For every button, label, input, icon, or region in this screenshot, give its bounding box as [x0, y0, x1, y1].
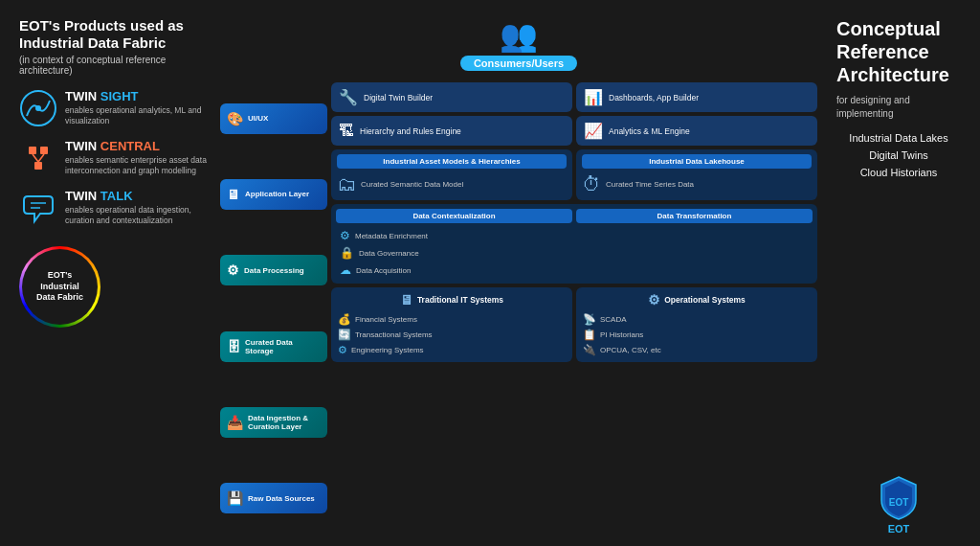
data-lakehouse-body: ⏱ Curated Time Series Data [582, 173, 812, 195]
acquisition-icon: ☁ [340, 263, 351, 277]
digital-twin-label: Digital Twin Builder [364, 93, 433, 102]
svg-rect-3 [40, 147, 48, 154]
transactional-icon: 🔄 [338, 329, 351, 341]
scada-item: 📡 SCADA [583, 311, 811, 327]
layer-data-processing[interactable]: ⚙ Data Processing [220, 255, 327, 285]
twincentral-text: TWIN CENTRAL enables semantic enterprise… [65, 139, 211, 176]
consumers-section: 👥 Consumers/Users [220, 17, 817, 77]
engineering-icon: ⚙ [338, 344, 347, 356]
use-case-cloud-historians: Cloud Historians [836, 167, 961, 178]
twincentral-name: TWIN CENTRAL [65, 139, 211, 153]
traditional-it-icon: 🖥 [400, 292, 413, 307]
analytics-ml-card: 📈 Analytics & ML Engine [576, 116, 817, 146]
dashboards-label: Dashboards, App Builder [609, 93, 699, 102]
asset-models-header: Industrial Asset Models & Hierarchies [337, 154, 567, 169]
curated-storage-label: Curated Data Storage [245, 338, 321, 355]
layers-sidebar: 🎨 UI/UX 🖥 Application Layer ⚙ Data Proce… [220, 82, 327, 535]
curated-storage-icon: 🗄 [227, 339, 240, 354]
metadata-enrichment-row: ⚙ Metadata Enrichment [336, 227, 813, 244]
asset-models-body: 🗂 Curated Semantic Data Model [337, 173, 567, 195]
twinsight-name: TWIN SIGHT [65, 89, 211, 103]
conceptual-reference-title: ConceptualReferenceArchitecture [836, 17, 961, 86]
financial-label: Financial Systems [355, 315, 417, 324]
operational-systems-card: ⚙ Operational Systems 📡 SCADA 📋 PI Histo… [576, 287, 817, 362]
consumers-icon: 👥 [500, 17, 538, 54]
traditional-it-card: 🖥 Traditional IT Systems 💰 Financial Sys… [331, 287, 572, 362]
eot-shield-icon: EOT [880, 475, 918, 521]
traditional-it-title: Traditional IT Systems [417, 295, 503, 305]
twintalk-desc: enables operational data ingestion, cura… [65, 205, 211, 226]
right-column: ConceptualReferenceArchitecture for desi… [827, 17, 961, 535]
diagram-area: 👥 Consumers/Users 🎨 UI/UX 🖥 Application … [220, 17, 817, 535]
engineering-systems-item: ⚙ Engineering Systems [338, 342, 566, 357]
product-twincentral: TWIN CENTRAL enables semantic enterprise… [19, 139, 211, 177]
proc-headers: Data Contextualization Data Transformati… [336, 209, 813, 223]
analytics-icon: 📈 [584, 122, 603, 140]
engineering-label: Engineering Systems [351, 346, 424, 354]
diagram-main: 🎨 UI/UX 🖥 Application Layer ⚙ Data Proce… [220, 82, 817, 535]
financial-icon: 💰 [338, 313, 351, 326]
ingestion-icon: 📥 [227, 415, 243, 430]
consumers-group: 👥 Consumers/Users [460, 17, 577, 71]
data-fabric-badge: EOT's Industrial Data Fabric [19, 246, 100, 328]
dashboards-icon: 📊 [584, 88, 603, 106]
app-layer-icon: 🖥 [227, 187, 240, 202]
processing-section: Data Contextualization Data Transformati… [331, 204, 817, 284]
asset-models-text: Curated Semantic Data Model [361, 180, 463, 189]
raw-data-label: Raw Data Sources [248, 494, 315, 503]
pi-historians-item: 📋 PI Historians [583, 327, 811, 342]
uiux-label: UI/UX [248, 114, 268, 123]
twincentral-icon [19, 139, 57, 177]
svg-text:EOT: EOT [889, 497, 909, 508]
storage-row: Industrial Asset Models & Hierarchies 🗂 … [331, 149, 817, 200]
app-layer-label: Application Layer [245, 190, 309, 198]
metadata-label: Metadata Enrichment [355, 232, 428, 240]
opcua-label: OPCUA, CSV, etc [600, 346, 661, 354]
analytics-label: Analytics & ML Engine [609, 126, 690, 136]
content-area: 🔧 Digital Twin Builder 📊 Dashboards, App… [331, 82, 817, 535]
for-designing-text: for designing andimplementing [836, 94, 961, 121]
opcua-item: 🔌 OPCUA, CSV, etc [583, 342, 811, 357]
governance-icon: 🔒 [340, 246, 354, 260]
twintalk-icon [19, 189, 57, 227]
transactional-systems-item: 🔄 Transactional Systems [338, 327, 566, 342]
twincentral-desc: enables semantic enterprise asset data i… [65, 155, 211, 176]
hierarchy-label: Hierarchy and Rules Engine [360, 126, 461, 136]
layer-curated-storage[interactable]: 🗄 Curated Data Storage [220, 331, 327, 362]
asset-models-card: Industrial Asset Models & Hierarchies 🗂 … [331, 149, 572, 200]
layer-application[interactable]: 🖥 Application Layer [220, 179, 327, 210]
eot-label: EOT [888, 523, 910, 535]
metadata-icon: ⚙ [340, 229, 350, 242]
operational-title: Operational Systems [664, 295, 746, 305]
raw-data-icon: 💾 [227, 490, 243, 506]
operational-icon: ⚙ [648, 292, 660, 307]
pi-historians-icon: 📋 [583, 329, 596, 341]
layer-raw-data[interactable]: 💾 Raw Data Sources [220, 483, 327, 513]
layer-data-ingestion[interactable]: 📥 Data Ingestion & Curation Layer [220, 407, 327, 438]
asset-models-icon: 🗂 [337, 173, 356, 195]
use-cases-list: Industrial Data Lakes Digital Twins Clou… [836, 132, 961, 178]
twintalk-name: TWIN TALK [65, 189, 211, 203]
opcua-icon: 🔌 [583, 344, 596, 356]
app-cards-row: 🔧 Digital Twin Builder 📊 Dashboards, App… [331, 82, 817, 146]
digital-twin-icon: 🔧 [339, 88, 358, 106]
hierarchy-rules-card: 🏗 Hierarchy and Rules Engine [331, 116, 572, 146]
uiux-icon: 🎨 [227, 111, 243, 126]
traditional-it-header: 🖥 Traditional IT Systems [338, 292, 566, 307]
financial-systems-item: 💰 Financial Systems [338, 311, 566, 327]
svg-line-6 [38, 154, 44, 162]
title-block: EOT's Products used as Industrial Data F… [19, 17, 211, 76]
twinsight-text: TWIN SIGHT enables operational analytics… [65, 89, 211, 126]
dashboards-card: 📊 Dashboards, App Builder [576, 82, 817, 112]
left-column: EOT's Products used as Industrial Data F… [19, 17, 211, 535]
subtitle: (in context of conceptual reference arch… [19, 55, 211, 76]
svg-rect-4 [34, 162, 42, 170]
operational-systems-header: ⚙ Operational Systems [583, 292, 811, 307]
layer-uiux[interactable]: 🎨 UI/UX [220, 103, 327, 134]
consumers-label: Consumers/Users [460, 56, 577, 71]
ingestion-label: Data Ingestion & Curation Layer [248, 414, 321, 431]
scada-label: SCADA [600, 315, 627, 324]
digital-twin-builder-card: 🔧 Digital Twin Builder [331, 82, 572, 112]
product-twintalk: TWIN TALK enables operational data inges… [19, 189, 211, 227]
scada-icon: 📡 [583, 313, 596, 326]
